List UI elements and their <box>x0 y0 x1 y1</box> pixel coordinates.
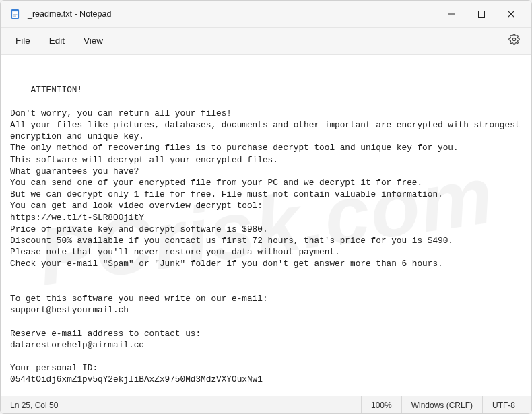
notepad-window: _readme.txt - Notepad File Edit View <box>0 0 532 414</box>
text-editor-area[interactable]: PCrisk.com ATTENTION! Don't worry, you c… <box>1 55 531 396</box>
menu-view[interactable]: View <box>74 32 112 50</box>
document-text: ATTENTION! Don't worry, you can return a… <box>10 85 525 384</box>
menubar: File Edit View <box>1 28 531 55</box>
menu-file[interactable]: File <box>6 32 40 50</box>
titlebar: _readme.txt - Notepad <box>1 1 531 28</box>
svg-rect-1 <box>12 9 19 11</box>
status-cursor-position: Ln 25, Col 50 <box>7 396 67 413</box>
notepad-icon <box>10 9 21 20</box>
minimize-button[interactable] <box>437 1 467 27</box>
svg-rect-6 <box>479 11 485 17</box>
text-caret <box>263 375 263 384</box>
window-controls <box>437 1 526 27</box>
svg-point-9 <box>512 38 515 40</box>
menu-edit[interactable]: Edit <box>40 32 74 50</box>
maximize-button[interactable] <box>467 1 496 27</box>
gear-icon <box>508 34 520 48</box>
status-zoom[interactable]: 100% <box>361 396 401 413</box>
status-encoding: UTF-8 <box>482 396 525 413</box>
window-title: _readme.txt - Notepad <box>28 9 437 19</box>
close-button[interactable] <box>496 1 526 27</box>
settings-button[interactable] <box>502 29 526 53</box>
status-line-ending: Windows (CRLF) <box>401 396 482 413</box>
statusbar: Ln 25, Col 50 100% Windows (CRLF) UTF-8 <box>1 396 531 413</box>
